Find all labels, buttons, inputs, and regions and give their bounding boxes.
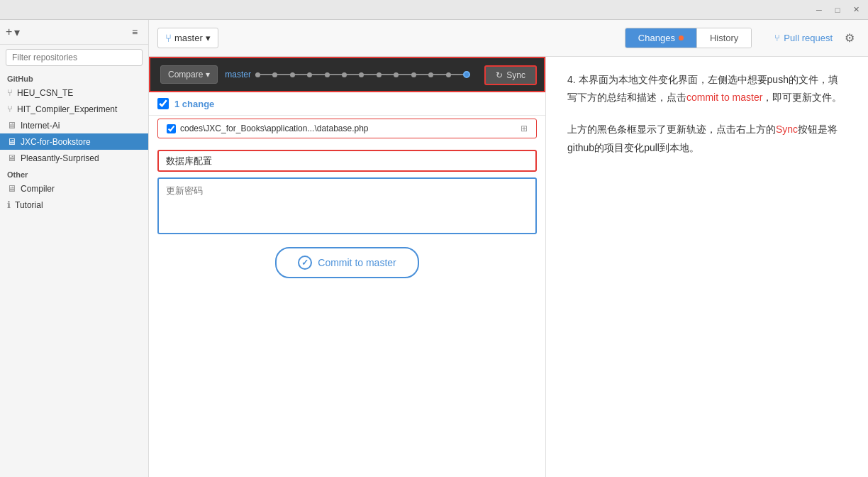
changes-header: 1 change [149,92,545,116]
timeline-line [255,74,470,75]
instruction-paragraph-2: 上方的黑色条框显示了更新轨迹，点击右上方的Sync按钮是将github的项目变化… [567,121,847,156]
main-content: ⑂ master ▾ Changes History ⑂ Pull reques… [149,20,868,477]
repo-name: HEU_CSN_TE [17,88,73,98]
info-icon: ℹ [7,199,11,210]
file-diff-icon: ⊞ [521,124,528,133]
settings-button[interactable]: ⚙ [840,28,859,48]
topbar-actions: ⑂ Pull request ⚙ [774,28,859,48]
file-checkbox[interactable] [167,124,176,133]
timeline-dot [272,72,277,77]
timeline-segment [382,74,394,75]
compare-label: Compare [168,70,203,80]
desktop-icon: 🖥 [7,183,16,194]
github-section-label: GitHub [0,70,148,84]
sync-icon: ↻ [496,70,503,80]
sync-label: Sync [506,70,525,80]
sidebar-item-hit-compiler[interactable]: ⑂ HIT_Compiler_Experiment [0,101,148,117]
pull-request-button[interactable]: ⑂ Pull request [774,33,833,43]
commit-check-icon: ✓ [298,256,312,270]
compare-arrow: ▾ [206,70,210,80]
select-all-checkbox[interactable] [157,98,169,109]
branch-icon: ⑂ [165,32,172,44]
sidebar-item-jxc-bookstore[interactable]: 🖥 JXC-for-Bookstore [0,133,148,150]
description-textarea[interactable] [157,177,537,234]
tab-history[interactable]: History [697,28,751,48]
expand-sidebar-button[interactable]: ≡ [127,24,143,40]
timeline-dot [325,72,330,77]
branch-dropdown-arrow: ▾ [206,33,211,43]
branch-icon: ⑂ [7,87,13,98]
sidebar: + ▾ ≡ GitHub ⑂ HEU_CSN_TE ⑂ HIT_Compiler… [0,20,149,477]
repo-name: JXC-for-Bookstore [21,137,91,147]
timeline-dot-special [463,71,470,78]
sidebar-header: + ▾ ≡ [0,20,148,45]
pull-request-icon: ⑂ [774,33,780,43]
sidebar-item-pleasantly-surprised[interactable]: 🖥 Pleasantly-Surprised [0,150,148,166]
timeline-dots [255,71,470,78]
summary-input[interactable] [157,150,537,172]
close-button[interactable]: ✕ [847,3,865,17]
timeline-segment [451,74,463,75]
timeline-segment [416,74,428,75]
repo-name: HIT_Compiler_Experiment [17,104,117,114]
desktop-icon: 🖥 [7,120,16,131]
content-area: Compare ▾ master [149,57,868,477]
sidebar-item-heu-csn-te[interactable]: ⑂ HEU_CSN_TE [0,84,148,101]
timeline-dot [342,72,347,77]
right-panel: 4. 本界面为本地文件变化界面，左侧选中想要push的文件，填写下方的总结和描述… [546,57,868,477]
file-item: codes\JXC_for_Books\application...\datab… [157,119,537,138]
branch-selector[interactable]: ⑂ master ▾ [157,28,218,48]
timeline-segment [260,74,272,75]
commit-button-label: Commit to master [318,257,396,268]
timeline-segment [433,74,445,75]
timeline-segment [277,74,289,75]
timeline-branch-label: master [225,70,251,80]
pull-request-label: Pull request [784,33,833,43]
sync-button[interactable]: ↻ Sync [484,65,537,85]
timeline-dot [446,72,451,77]
sidebar-item-compiler[interactable]: 🖥 Compiler [0,180,148,197]
timeline-dot [394,72,399,77]
repo-name: Tutorial [15,200,43,210]
changes-count: 1 change [174,99,214,109]
timeline-dot [411,72,416,77]
tab-group: Changes History [625,28,752,48]
other-section-label: Other [0,166,148,180]
sidebar-item-tutorial[interactable]: ℹ Tutorial [0,197,148,213]
timeline-dot [359,72,364,77]
add-repo-button[interactable]: + ▾ [6,26,20,39]
tab-history-label: History [710,33,738,43]
timeline-segment [399,74,411,75]
timeline-dot [428,72,433,77]
topbar: ⑂ master ▾ Changes History ⑂ Pull reques… [149,20,868,57]
timeline-dot [307,72,312,77]
left-panel: Compare ▾ master [149,57,546,477]
add-dropdown-arrow: ▾ [14,26,20,39]
changes-dot [679,35,684,40]
timeline-segment [295,74,307,75]
branch-name: master [174,33,203,43]
timeline-dot [290,72,295,77]
highlight-commit: commit to master [686,92,762,103]
timeline-segment [330,74,342,75]
plus-icon: + [6,26,12,38]
timeline-dot [255,72,260,77]
filter-repositories-input[interactable] [6,49,143,66]
summary-area: ✓ Commit to master [149,141,545,477]
highlight-sync: Sync [776,124,798,135]
minimize-button[interactable]: ─ [810,3,828,17]
tab-changes[interactable]: Changes [625,28,697,48]
compare-button[interactable]: Compare ▾ [160,65,218,84]
commit-to-master-button[interactable]: ✓ Commit to master [275,247,418,278]
tab-changes-label: Changes [638,33,675,43]
titlebar: ─ □ ✕ [0,0,868,20]
sidebar-item-internet-ai[interactable]: 🖥 Internet-Ai [0,117,148,133]
repo-name: Internet-Ai [21,121,60,131]
maximize-button[interactable]: □ [828,3,847,17]
timeline-segment [364,74,376,75]
branch-icon: ⑂ [7,104,13,114]
app-body: + ▾ ≡ GitHub ⑂ HEU_CSN_TE ⑂ HIT_Compiler… [0,20,868,477]
file-path: codes\JXC_for_Books\application...\datab… [180,124,516,133]
timeline-dot [377,72,382,77]
timeline-track: master [225,70,470,80]
